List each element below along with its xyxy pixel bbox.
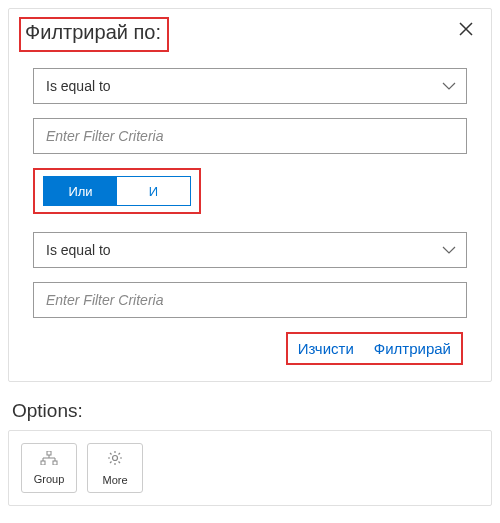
svg-line-11 (110, 462, 112, 464)
actions-wrap: Изчисти Филтрирай (33, 332, 467, 365)
group-label: Group (34, 473, 65, 485)
close-icon[interactable] (459, 17, 475, 39)
clear-button[interactable]: Изчисти (298, 340, 354, 357)
filter-title: Филтрирай по: (25, 21, 161, 44)
logic-highlight: Или И (33, 168, 201, 214)
chevron-down-icon (442, 245, 456, 255)
group-icon (40, 451, 58, 469)
criteria-input-row-2 (33, 282, 467, 318)
svg-line-10 (119, 453, 121, 455)
operator-value: Is equal to (46, 78, 111, 94)
more-button[interactable]: More (87, 443, 143, 493)
filter-panel: Филтрирай по: Is equal to Или И Is equal… (8, 8, 492, 382)
svg-point-3 (113, 456, 118, 461)
operator-select-1[interactable]: Is equal to (33, 68, 467, 104)
more-label: More (102, 474, 127, 486)
apply-button[interactable]: Филтрирай (374, 340, 451, 357)
actions-highlight: Изчисти Филтрирай (286, 332, 463, 365)
criteria-input-row-1 (33, 118, 467, 154)
svg-line-9 (119, 462, 121, 464)
filter-body: Is equal to Или И Is equal to (9, 68, 491, 365)
criteria-input-2[interactable] (46, 292, 454, 308)
filter-header: Филтрирай по: (9, 9, 491, 68)
operator-select-2[interactable]: Is equal to (33, 232, 467, 268)
logic-toggle: Или И (43, 176, 191, 206)
svg-rect-1 (41, 461, 45, 465)
svg-line-8 (110, 453, 112, 455)
logic-and-button[interactable]: И (117, 177, 190, 205)
options-panel: Group More (8, 430, 492, 506)
svg-rect-2 (53, 461, 57, 465)
criteria-input-1[interactable] (46, 128, 454, 144)
svg-rect-0 (47, 451, 51, 455)
operator-value: Is equal to (46, 242, 111, 258)
title-highlight: Филтрирай по: (19, 17, 169, 52)
logic-or-button[interactable]: Или (44, 177, 117, 205)
group-button[interactable]: Group (21, 443, 77, 493)
chevron-down-icon (442, 81, 456, 91)
options-title: Options: (12, 400, 500, 422)
gear-icon (107, 450, 123, 470)
